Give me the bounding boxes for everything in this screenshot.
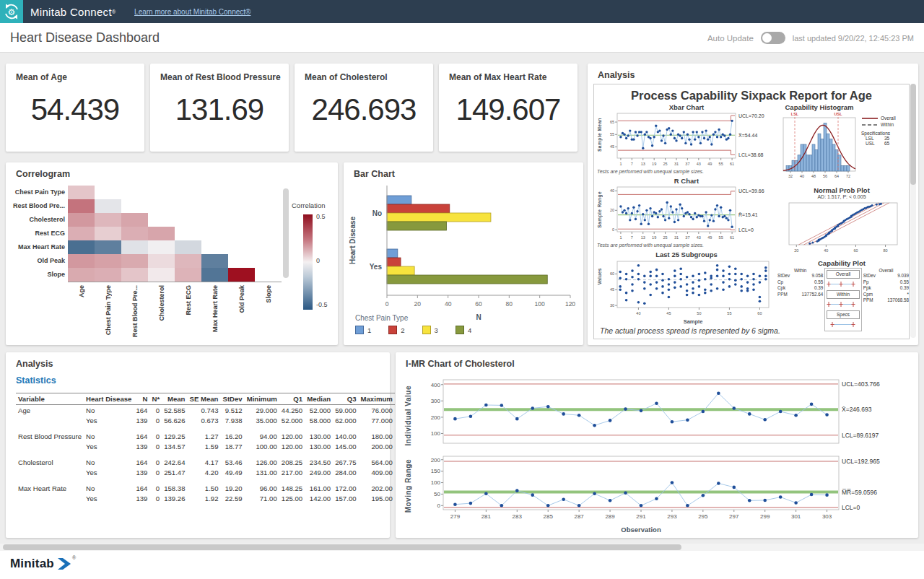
- heatmap-row-label: Cholesterol: [9, 213, 65, 227]
- svg-text:279: 279: [450, 513, 461, 520]
- overall-stats: OverallStDev9.039Pp0.55Ppk0.39Cpm*PPM137…: [863, 268, 909, 331]
- svg-text:45: 45: [610, 144, 614, 149]
- colorbar-tick: 0.5: [316, 213, 326, 220]
- svg-text:64: 64: [834, 174, 839, 178]
- table-header: N: [134, 393, 149, 405]
- capability-plot: WithinStDev9.058Cp0.55Cpk0.39PPM137752.6…: [777, 268, 909, 331]
- capability-plot-title: Capability Plot: [776, 259, 907, 267]
- last-updated-text: last updated 9/20/22, 12:45:23 PM: [793, 34, 914, 43]
- footer-registered-mark: ®: [72, 555, 76, 560]
- analysis-sixpack-panel: Analysis Process Capability Sixpack Repo…: [588, 64, 918, 345]
- heatmap-col-label: Rest Blood Pre...: [121, 285, 148, 341]
- svg-text:40: 40: [824, 248, 828, 253]
- heatmap-row-label: Slope: [9, 268, 65, 282]
- table-row: Max Heart RateNo1640158.381.5019.2096.00…: [16, 483, 395, 493]
- svg-text:45: 45: [610, 287, 614, 292]
- svg-text:UCL=39.66: UCL=39.66: [738, 188, 764, 193]
- svg-text:M̅R̅=59.0596: M̅R̅=59.0596: [842, 489, 877, 496]
- svg-text:281: 281: [481, 513, 492, 520]
- heatmap-row-label: Rest Blood Pre...: [9, 199, 65, 213]
- heatmap-col-label: Cholesterol: [148, 285, 175, 341]
- heatmap-cell: [121, 254, 148, 268]
- svg-text:LCL=38.68: LCL=38.68: [738, 152, 764, 157]
- svg-text:LCL=89.6197: LCL=89.6197: [842, 432, 879, 439]
- panel-title: Bar Chart: [354, 169, 395, 179]
- heatmap-col-label: Rest ECG: [175, 285, 201, 341]
- minitab-connect-logo[interactable]: ⚙: [0, 0, 23, 23]
- legend-item: 3: [422, 326, 438, 334]
- svg-text:40: 40: [610, 188, 614, 193]
- capability-boxes: OverallWithinSpecs: [824, 268, 861, 331]
- heatmap-cell: [121, 227, 148, 240]
- bar-chart: NoYes020406080100120NHeart Disease: [345, 180, 579, 327]
- svg-text:0: 0: [385, 300, 389, 308]
- table-row: Yes1390134.571.5918.77100.00120.00130.00…: [16, 441, 395, 451]
- table-row: Yes139056.6260.6737.93835.00052.00058.00…: [16, 415, 395, 425]
- svg-text:60: 60: [757, 311, 762, 315]
- svg-text:37: 37: [685, 162, 689, 166]
- kpi-label: Mean of Cholesterol: [305, 72, 388, 82]
- vertical-scrollbar[interactable]: [910, 84, 916, 338]
- last25-title: Last 25 Subgroups: [596, 251, 777, 258]
- last25-chart: 3045604045505560Sample: [596, 258, 777, 328]
- svg-text:Heart Disease: Heart Disease: [349, 216, 357, 264]
- heatmap-cell: [175, 268, 201, 282]
- svg-text:45: 45: [666, 311, 671, 315]
- overall-line-icon: [861, 116, 879, 121]
- table-row: Rest Blood PressureNo1640129.251.2716.20…: [16, 431, 395, 441]
- panel-title: Analysis: [16, 359, 53, 369]
- sync-gear-icon: ⚙: [4, 4, 19, 19]
- kpi-label: Mean of Age: [16, 72, 67, 82]
- heatmap-row-label: Rest ECG: [9, 227, 65, 240]
- scrollbar-thumb[interactable]: [910, 84, 916, 185]
- footer-brand: Minitab: [10, 557, 54, 571]
- svg-text:Yes: Yes: [370, 263, 383, 271]
- horizontal-scrollbar[interactable]: [0, 544, 924, 551]
- learn-more-link[interactable]: Learn more about Minitab Connect®: [134, 8, 250, 16]
- kpi-card-max-heart-rate: Mean of Max Heart Rate 149.607: [439, 64, 578, 152]
- svg-text:UCL=192.965: UCL=192.965: [842, 458, 880, 465]
- sixpack-report: Process Capability Sixpack Report for Ag…: [593, 84, 910, 339]
- table-header: N*: [149, 393, 162, 405]
- svg-text:40: 40: [636, 311, 640, 315]
- histogram-legend: Overall Within Specifications LSL35USL65: [861, 115, 907, 146]
- page-header: Heart Disease Dashboard Auto Update last…: [0, 23, 924, 53]
- svg-text:301: 301: [791, 513, 801, 520]
- legend-item: 1: [355, 326, 371, 334]
- table-header: StDev: [220, 393, 244, 405]
- heatmap-col-label: Age: [68, 285, 95, 341]
- svg-text:299: 299: [760, 513, 770, 520]
- svg-text:55: 55: [727, 311, 731, 315]
- table-row: Yes1390251.474.2049.49131.00217.00249.00…: [16, 467, 395, 477]
- svg-text:R̄=15.41: R̄=15.41: [738, 212, 758, 217]
- capability-histogram: LSLUSL324048566472: [777, 110, 858, 183]
- panel-scrollbar-thumb[interactable]: [283, 188, 289, 278]
- kpi-value: 246.693: [295, 92, 433, 127]
- colorbar-title: Correlation: [292, 201, 338, 209]
- heatmap-row-label: Old Peak: [9, 254, 65, 268]
- heatmap-row-label: Max Heart Rate: [9, 240, 65, 254]
- table-header: Variable: [16, 393, 84, 405]
- svg-text:300: 300: [431, 398, 441, 404]
- svg-text:13: 13: [641, 162, 645, 166]
- legend-overall-label: Overall: [881, 116, 896, 121]
- svg-text:200: 200: [431, 457, 441, 463]
- svg-text:400: 400: [431, 382, 441, 388]
- r-chart: 0204017131925313743495561UCL=39.66R̄=15.…: [596, 184, 777, 245]
- auto-update-toggle[interactable]: [761, 32, 785, 44]
- within-line-icon: [861, 123, 879, 127]
- heatmap-cell: [95, 227, 121, 240]
- svg-text:25: 25: [663, 162, 668, 166]
- svg-text:65: 65: [610, 120, 614, 124]
- statistics-link[interactable]: Statistics: [16, 375, 56, 386]
- normal-prob-plot-subtitle: AD: 1.517, P: < 0.005: [780, 194, 903, 199]
- svg-text:7: 7: [631, 162, 633, 166]
- heatmap-cell: [148, 268, 175, 282]
- heatmap-cell: [68, 227, 95, 240]
- svg-text:55: 55: [719, 235, 723, 240]
- svg-text:UCL=70.20: UCL=70.20: [738, 113, 764, 118]
- top-navigation-bar: ⚙ Minitab Connect® Learn more about Mini…: [0, 0, 924, 23]
- svg-text:293: 293: [667, 513, 677, 520]
- panel-title: Analysis: [598, 70, 635, 80]
- scrollbar-thumb[interactable]: [3, 544, 681, 550]
